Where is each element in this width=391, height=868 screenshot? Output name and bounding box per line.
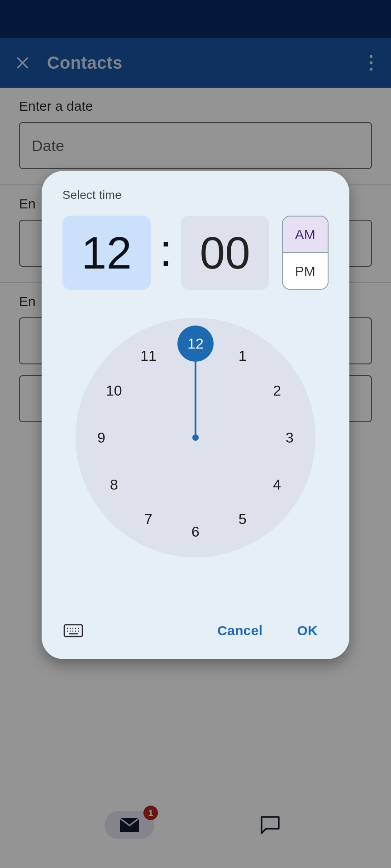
clock-face[interactable]: 121234567891011 [76, 318, 315, 557]
clock-hour-12[interactable]: 12 [182, 330, 209, 357]
time-colon: : [157, 227, 175, 273]
time-display-row: 12 : 00 AM PM [62, 216, 329, 290]
dialog-title: Select time [62, 188, 329, 202]
keyboard-icon[interactable] [62, 620, 84, 642]
clock-hour-3[interactable]: 3 [276, 424, 303, 451]
minute-field[interactable]: 00 [181, 216, 269, 290]
hour-field[interactable]: 12 [62, 216, 151, 290]
ampm-toggle: AM PM [282, 216, 329, 290]
clock-hour-1[interactable]: 1 [229, 343, 256, 370]
clock-hour-9[interactable]: 9 [88, 424, 115, 451]
clock-hour-10[interactable]: 10 [100, 377, 128, 404]
clock-hour-7[interactable]: 7 [135, 505, 162, 533]
clock-hour-2[interactable]: 2 [263, 377, 291, 404]
am-button[interactable]: AM [283, 217, 328, 253]
clock-hour-4[interactable]: 4 [263, 471, 291, 498]
cancel-button[interactable]: Cancel [206, 617, 273, 645]
clock-hour-8[interactable]: 8 [100, 471, 128, 498]
time-picker-dialog: Select time 12 : 00 AM PM 12123456789101… [42, 171, 349, 659]
dialog-actions: Cancel OK [62, 599, 329, 645]
clock-hour-11[interactable]: 11 [135, 343, 162, 370]
pm-button[interactable]: PM [283, 253, 328, 289]
clock-center [192, 434, 199, 441]
ok-button[interactable]: OK [286, 617, 329, 645]
clock-hour-5[interactable]: 5 [229, 505, 256, 533]
clock-hour-6[interactable]: 6 [182, 518, 209, 545]
clock-wrap: 121234567891011 [62, 318, 329, 599]
